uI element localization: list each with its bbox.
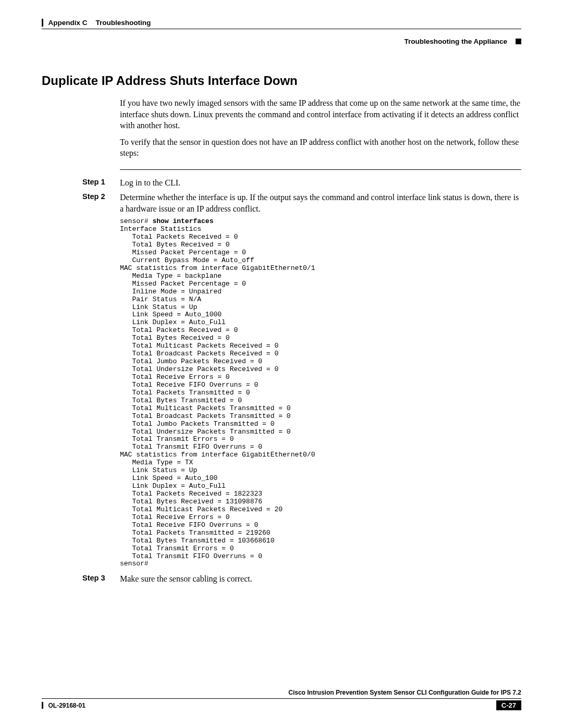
appendix-label: Appendix C <box>48 19 88 27</box>
footer-divider <box>42 698 521 699</box>
section-marker-icon <box>516 39 521 44</box>
page-title: Duplicate IP Address Shuts Interface Dow… <box>42 73 521 88</box>
page-footer: Cisco Intrusion Prevention System Sensor… <box>42 689 521 710</box>
cli-command: show interfaces <box>152 217 213 225</box>
cli-output: sensor# show interfaces Interface Statis… <box>120 218 521 568</box>
footer-rule-icon <box>42 702 43 709</box>
header-rule-icon <box>42 19 43 27</box>
intro-block: If you have two newly imaged sensors wit… <box>120 97 521 159</box>
chapter-label: Troubleshooting <box>96 19 151 27</box>
step-3: Step 3 Make sure the sensor cabling is c… <box>42 573 521 585</box>
footer-bar: OL-29168-01 C-27 <box>42 700 521 710</box>
page-container: Appendix C Troubleshooting Troubleshooti… <box>0 0 563 728</box>
header-divider <box>42 29 521 29</box>
step-1-text: Log in to the CLI. <box>120 177 521 189</box>
step-2-label: Step 2 <box>82 192 120 215</box>
intro-para-2: To verify that the sensor in question do… <box>120 137 521 159</box>
running-header-right: Troubleshooting the Appliance <box>42 38 521 45</box>
step-2: Step 2 Determine whether the interface i… <box>42 192 521 215</box>
step-1-label: Step 1 <box>82 177 120 189</box>
steps-divider <box>120 169 521 170</box>
cli-prompt: sensor# <box>120 217 152 225</box>
intro-para-1: If you have two newly imaged sensors wit… <box>120 97 521 131</box>
footer-guide-title: Cisco Intrusion Prevention System Sensor… <box>42 689 521 696</box>
step-1: Step 1 Log in to the CLI. <box>42 177 521 189</box>
step-2-text: Determine whether the interface is up. I… <box>120 192 521 215</box>
cli-body: Interface Statistics Total Packets Recei… <box>120 225 315 567</box>
footer-left: OL-29168-01 <box>42 702 85 709</box>
doc-number: OL-29168-01 <box>48 702 85 709</box>
page-number: C-27 <box>496 700 521 710</box>
step-3-text: Make sure the sensor cabling is correct. <box>120 573 521 585</box>
step-3-label: Step 3 <box>82 573 120 585</box>
section-label: Troubleshooting the Appliance <box>404 38 507 45</box>
running-header-left: Appendix C Troubleshooting <box>42 19 521 27</box>
